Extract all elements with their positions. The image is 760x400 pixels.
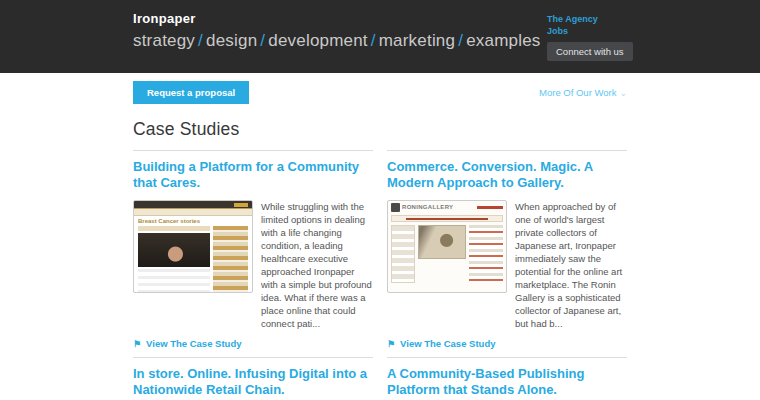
thumb-welcome-strip [391, 215, 503, 222]
thumb-nav-strip [134, 209, 252, 216]
case-study-title[interactable]: Commerce. Conversion. Magic. A Modern Ap… [387, 159, 627, 191]
flag-icon: ⚑ [387, 339, 395, 349]
more-of-our-work-label: More Of Our Work [539, 87, 616, 98]
case-study-card: Commerce. Conversion. Magic. A Modern Ap… [387, 150, 627, 357]
view-case-study-link[interactable]: ⚑View The Case Study [133, 338, 373, 349]
case-study-title[interactable]: A Community-Based Publishing Platform th… [387, 366, 627, 398]
header-links: The Agency Jobs Connect with us [547, 13, 637, 61]
nav-item-development[interactable]: development [268, 31, 368, 50]
jobs-link[interactable]: Jobs [547, 25, 637, 37]
nav-separator: / [260, 31, 265, 50]
nav-item-design[interactable]: design [206, 31, 257, 50]
case-study-title[interactable]: Building a Platform for a Community that… [133, 159, 373, 191]
main-content: Request a proposal More Of Our Work⌄ Cas… [133, 81, 627, 400]
connect-with-us-button[interactable]: Connect with us [547, 42, 633, 61]
page-title: Case Studies [133, 119, 627, 140]
flag-icon: ⚑ [133, 339, 141, 349]
chevron-down-icon: ⌄ [619, 88, 627, 98]
nav-item-examples[interactable]: examples [466, 31, 540, 50]
case-study-card: In store. Online. Infusing Digital into … [133, 357, 373, 400]
nav-item-strategy[interactable]: strategy [133, 31, 195, 50]
request-proposal-button[interactable]: Request a proposal [133, 81, 249, 104]
nav-separator: / [458, 31, 463, 50]
thumb-post-bar [138, 226, 210, 231]
site-header: Ironpaper strategy/design/development/ma… [0, 0, 760, 73]
case-study-title[interactable]: In store. Online. Infusing Digital into … [133, 366, 373, 398]
view-case-study-label: View The Case Study [400, 338, 495, 349]
view-case-study-link[interactable]: ⚑View The Case Study [387, 338, 627, 349]
thumb-gallery-name: RONINGALLERY [402, 204, 453, 211]
agency-link[interactable]: The Agency [547, 13, 637, 25]
thumb-comment-rows [138, 269, 210, 293]
thumb-filter-sidebar [391, 225, 415, 283]
case-study-excerpt: When approached by of one of world's lar… [515, 200, 627, 330]
thumb-sidebar-list [213, 226, 248, 293]
nav-item-marketing[interactable]: marketing [379, 31, 455, 50]
case-study-grid: Building a Platform for a Community that… [133, 150, 627, 400]
case-thumbnail-healthcare-site[interactable]: Breast Cancer stories [133, 200, 253, 293]
topbar: Request a proposal More Of Our Work⌄ [133, 81, 627, 104]
thumb-detail-column [469, 225, 503, 281]
thumb-artwork-image [418, 225, 466, 259]
view-case-study-label: View The Case Study [146, 338, 241, 349]
case-study-excerpt: While struggling with the limited option… [261, 200, 373, 330]
nav-separator: / [371, 31, 376, 50]
thumb-gallery-links [477, 206, 503, 209]
case-study-card: Building a Platform for a Community that… [133, 150, 373, 357]
more-of-our-work-link[interactable]: More Of Our Work⌄ [539, 87, 627, 98]
thumb-video-still [138, 233, 210, 267]
thumb-header-bar [134, 201, 252, 209]
case-thumbnail-ronin-gallery[interactable]: RONINGALLERY [387, 200, 507, 293]
case-study-card: A Community-Based Publishing Platform th… [387, 357, 627, 400]
nav-separator: / [198, 31, 203, 50]
thumb-header-badge [234, 203, 248, 207]
thumb-site-heading: Breast Cancer stories [134, 216, 252, 226]
thumb-gallery-logo [391, 203, 400, 212]
